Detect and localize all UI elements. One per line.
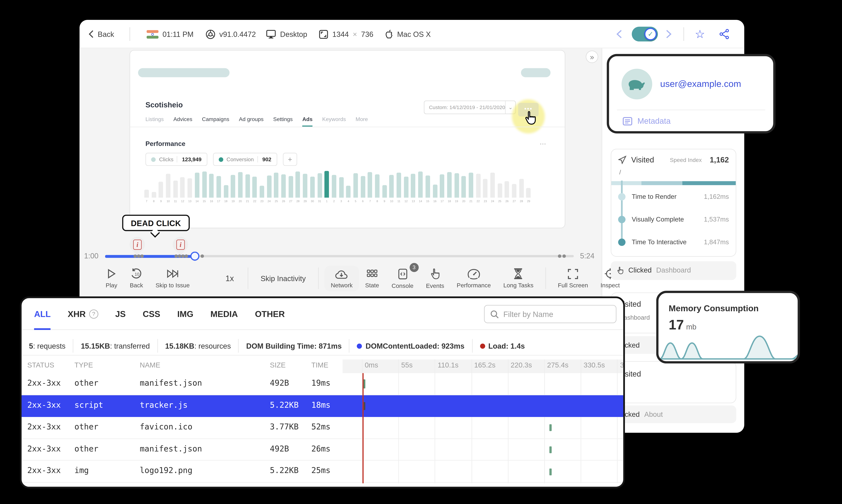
network-request-row[interactable]: 2xx-3xxotherfavicon.ico3.77KB52ms (21, 417, 623, 439)
add-metric-button[interactable]: + (283, 153, 297, 166)
user-email[interactable]: user@example.com (660, 79, 741, 89)
timeline-event-dot[interactable] (133, 254, 137, 258)
timeline-event-dot[interactable] (200, 254, 204, 258)
share-button[interactable] (719, 20, 730, 48)
column-header[interactable]: SIZE (270, 361, 286, 369)
site-tab-campaigns[interactable]: Campaigns (202, 116, 229, 127)
dead-click-label: DEAD CLICK (131, 218, 181, 228)
metric-chip-conversion[interactable]: Conversion 902 (213, 153, 277, 166)
column-header[interactable]: TIME (311, 361, 328, 369)
clicked-event-card[interactable]: Clicked Dashboard (611, 261, 736, 280)
site-tab-ad-groups[interactable]: Ad groups (239, 116, 264, 127)
playback-speed-button[interactable]: 1x (218, 274, 242, 283)
network-request-row[interactable]: 2xx-3xxothermanifest.json492B26ms (21, 439, 623, 461)
timeline-event-dot[interactable] (178, 254, 181, 258)
cell-name: manifest.json (140, 378, 202, 388)
issue-info-icon: i (176, 239, 185, 250)
timeline-current-time: 1:00 (84, 252, 98, 260)
chrome-icon (205, 29, 215, 39)
network-tab-other[interactable]: OTHER (255, 298, 285, 330)
network-request-row[interactable]: 2xx-3xxscripttracker.js5.22KB18ms (21, 395, 623, 417)
timeline-event-dot[interactable] (181, 254, 184, 258)
state-panel-button[interactable]: State (359, 266, 385, 291)
column-header[interactable]: TYPE (74, 361, 93, 369)
network-tab-css[interactable]: CSS (143, 298, 160, 330)
section-menu-icon[interactable]: ⋯ (540, 140, 547, 148)
memory-card-title: Memory Consumption (669, 303, 759, 313)
chart-bar: 23 (483, 179, 488, 198)
memory-sparkline-chart (660, 334, 799, 360)
milestone-dot (618, 238, 626, 246)
chart-bar: 28 (296, 172, 300, 198)
network-request-row[interactable]: 2xx-3xxothermanifest.json492B19ms (21, 373, 623, 395)
full-screen-button[interactable]: Full Screen (552, 266, 594, 291)
performance-panel-button[interactable]: Performance (450, 266, 497, 291)
cell-time: 25ms (311, 466, 330, 475)
clicked-event-card[interactable]: Clicked About (611, 406, 736, 423)
chart-bar: 7 (144, 190, 149, 198)
filter-by-name-input[interactable] (503, 310, 600, 318)
resolution-separator: × (353, 30, 357, 38)
visited-event-card[interactable]: Visited Speed Index 1,162 / Time to Rend… (611, 149, 736, 257)
metric-chip-clicks[interactable]: Clicks 123,949 (145, 153, 207, 166)
events-panel-button[interactable]: Events (420, 265, 450, 292)
play-icon (106, 268, 117, 279)
network-tab-media[interactable]: MEDIA (211, 298, 238, 330)
timeline-event-dot[interactable] (184, 254, 188, 258)
chart-bar: 19 (454, 173, 459, 198)
site-tab-advices[interactable]: Advices (174, 116, 192, 127)
skip-inactivity-button[interactable]: Skip Inactivity (254, 274, 312, 283)
gauge-icon (467, 268, 480, 279)
network-stat: 15.18KB: resources (158, 339, 239, 353)
next-session-button[interactable] (666, 20, 671, 48)
network-tab-xhr[interactable]: XHR? (68, 298, 98, 330)
site-tab-keywords[interactable]: Keywords (322, 116, 346, 127)
site-tab-ads[interactable]: Ads (302, 116, 312, 127)
metadata-button[interactable]: Metadata (623, 116, 671, 126)
resolution-width: 1344 (333, 30, 349, 38)
column-header[interactable]: NAME (140, 361, 160, 369)
cell-name: tracker.js (140, 400, 187, 409)
rhino-icon (627, 76, 647, 92)
site-tab-listings[interactable]: Listings (145, 116, 164, 127)
skip-to-issue-button[interactable]: Skip to Issue (149, 265, 196, 291)
network-tab-img[interactable]: IMG (177, 298, 194, 330)
network-request-row[interactable]: 2xx-3xximglogo192.png5.22KB25ms (21, 461, 623, 483)
long-tasks-panel-button[interactable]: Long Tasks (497, 265, 540, 291)
waterfall-tick-label: 385.6 (620, 361, 625, 369)
favorite-button[interactable]: ☆ (695, 20, 705, 48)
date-range-select[interactable]: Custom: 14/12/2019 - 21/01/2020 ⌄ (424, 101, 516, 114)
timeline-event-dot[interactable] (558, 254, 561, 258)
network-tab-js[interactable]: JS (115, 298, 126, 330)
timeline-event-dot[interactable] (562, 254, 566, 258)
player-controls: Play 10 Back Skip to Issue 1x Skip Inact… (100, 265, 626, 291)
collapse-panel-button[interactable]: » (586, 51, 598, 63)
autoplay-toggle[interactable]: ✓ (632, 27, 658, 41)
timeline-event-dot[interactable] (137, 254, 140, 258)
chart-bar: 26 (281, 175, 286, 198)
site-tab-more[interactable]: More (356, 116, 368, 127)
network-stat: 15.15KB: transferred (73, 339, 158, 353)
filter-field[interactable] (484, 305, 616, 323)
waterfall-tick-label: 110.1s (438, 361, 459, 369)
prev-session-button[interactable] (616, 20, 622, 48)
timeline-event-dot[interactable] (140, 254, 144, 258)
timeline-event-dot[interactable] (175, 254, 178, 258)
site-tab-settings[interactable]: Settings (273, 116, 293, 127)
back-button[interactable]: Back (89, 20, 114, 48)
timeline-slider-handle[interactable] (190, 252, 199, 261)
hand-pointer-icon (430, 268, 441, 280)
cell-type: other (74, 444, 98, 453)
cell-status: 2xx-3xx (27, 422, 61, 431)
network-panel-button[interactable]: Network (324, 266, 359, 291)
help-icon[interactable]: ? (89, 309, 98, 318)
play-button[interactable]: Play (100, 265, 123, 291)
visited-event-card[interactable]: Visited (611, 361, 736, 403)
column-header[interactable]: STATUS (27, 361, 54, 369)
console-panel-button[interactable]: Console 3 (385, 265, 420, 292)
chart-bar: 15 (425, 175, 430, 198)
back-10s-button[interactable]: 10 Back (124, 265, 149, 291)
network-tab-all[interactable]: ALL (34, 298, 51, 330)
pointer-cursor-icon (523, 111, 537, 126)
milestone-value: 1,847ms (704, 238, 729, 245)
